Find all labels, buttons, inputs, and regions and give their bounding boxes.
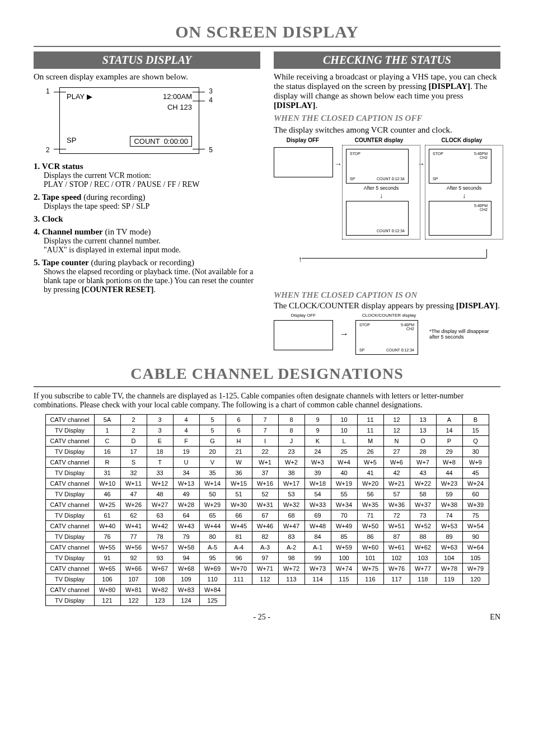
table-cell: 114 [305, 574, 331, 585]
table-cell: W+46 [252, 521, 278, 532]
table-cell: 29 [436, 447, 462, 457]
table-cell: 13 [410, 425, 436, 436]
row-header: TV Display [45, 532, 94, 542]
table-cell: 13 [410, 415, 436, 425]
table-cell: E [147, 436, 173, 447]
hdr-counter: COUNTER display [345, 137, 413, 143]
table-cell: W+20 [357, 478, 383, 489]
table-cell: 42 [383, 468, 410, 478]
arrow-up-icon: ↑ [298, 255, 302, 264]
counter-count2: COUNT 0:12:34 [377, 229, 405, 233]
table-cell: W+70 [226, 564, 252, 574]
table-cell: W+71 [252, 564, 278, 574]
table-cell: W+1 [252, 457, 278, 468]
table-cell: 115 [331, 574, 357, 585]
table-cell: 99 [305, 553, 331, 564]
table-cell: 36 [226, 468, 252, 478]
row-header: CATV channel [45, 542, 94, 553]
table-cell: W+72 [278, 564, 305, 574]
table-cell: 113 [278, 574, 305, 585]
row-header: CATV channel [45, 585, 94, 595]
table-cell: W+44 [199, 521, 226, 532]
table-cell: W [226, 457, 252, 468]
table-cell: W+16 [252, 478, 278, 489]
table-cell: 2 [120, 425, 147, 436]
table-cell: 81 [226, 532, 252, 542]
table-cell: 58 [410, 489, 436, 500]
clock-after: After 5 seconds [429, 185, 499, 191]
check-intro: While receiving a broadcast or playing a… [274, 72, 500, 110]
table-cell: W+35 [357, 500, 383, 510]
table-cell: W+2 [278, 457, 305, 468]
table-cell: 25 [331, 447, 357, 457]
table-cell: 56 [357, 489, 383, 500]
hdr-clock: CLOCK display [428, 137, 495, 143]
table-cell: 79 [173, 532, 199, 542]
table-cell: W+73 [305, 564, 331, 574]
table-cell: 9 [305, 425, 331, 436]
table-cell: Q [462, 436, 489, 447]
table-cell: R [94, 457, 120, 468]
table-cell: 5A [94, 415, 120, 425]
table-cell: 51 [226, 489, 252, 500]
table-cell: 109 [173, 574, 199, 585]
table-cell: 2 [120, 415, 147, 425]
table-cell: W+69 [199, 564, 226, 574]
row-header: TV Display [45, 489, 94, 500]
table-cell: W+27 [147, 500, 173, 510]
table-cell: W+30 [226, 500, 252, 510]
table-cell: 77 [120, 532, 147, 542]
table-cell: 11 [357, 425, 383, 436]
table-cell: 7 [252, 425, 278, 436]
table-cell: 94 [173, 553, 199, 564]
table-cell: S [120, 457, 147, 468]
counter-sp: SP [350, 177, 355, 181]
table-cell: W+45 [226, 521, 252, 532]
clock-time: 5:40PM [474, 152, 488, 156]
row-header: TV Display [45, 595, 94, 606]
table-cell: 106 [94, 574, 120, 585]
row-header: TV Display [45, 447, 94, 457]
table-cell: 61 [94, 510, 120, 521]
table-cell: 83 [278, 532, 305, 542]
table-cell: W+34 [331, 500, 357, 510]
table-cell: 86 [357, 532, 383, 542]
table-cell: 111 [226, 574, 252, 585]
table-cell: A [436, 415, 462, 425]
table-cell: W+49 [331, 521, 357, 532]
status-item: 4. Channel number (in TV mode)Displays t… [34, 227, 260, 255]
table-cell: W+78 [436, 564, 462, 574]
table-cell: 20 [199, 447, 226, 457]
table-cell: 103 [410, 553, 436, 564]
row-header: TV Display [45, 553, 94, 564]
table-cell: 10 [331, 415, 357, 425]
page-lang: EN [490, 613, 500, 622]
row-header: TV Display [45, 510, 94, 521]
table-cell: 6 [226, 415, 252, 425]
table-cell: 32 [120, 468, 147, 478]
table-cell: U [173, 457, 199, 468]
table-cell: 112 [252, 574, 278, 585]
table-cell: 4 [173, 425, 199, 436]
clock-stop: STOP [433, 152, 443, 159]
table-cell: F [173, 436, 199, 447]
table-cell: L [331, 436, 357, 447]
table-cell: 125 [199, 595, 226, 606]
table-cell: 23 [278, 447, 305, 457]
table-cell: I [252, 436, 278, 447]
table-cell: 104 [436, 553, 462, 564]
cc-ch: CH2 [406, 327, 414, 331]
table-cell: 110 [199, 574, 226, 585]
table-cell: W+12 [147, 478, 173, 489]
table-cell: W+47 [278, 521, 305, 532]
table-cell: W+55 [94, 542, 120, 553]
table-cell: 87 [383, 532, 410, 542]
table-cell: 69 [305, 510, 331, 521]
table-cell: P [436, 436, 462, 447]
table-cell: 67 [252, 510, 278, 521]
table-cell: W+3 [305, 457, 331, 468]
table-cell: 116 [357, 574, 383, 585]
table-cell: 74 [436, 510, 462, 521]
table-cell: 100 [331, 553, 357, 564]
table-cell: W+37 [410, 500, 436, 510]
